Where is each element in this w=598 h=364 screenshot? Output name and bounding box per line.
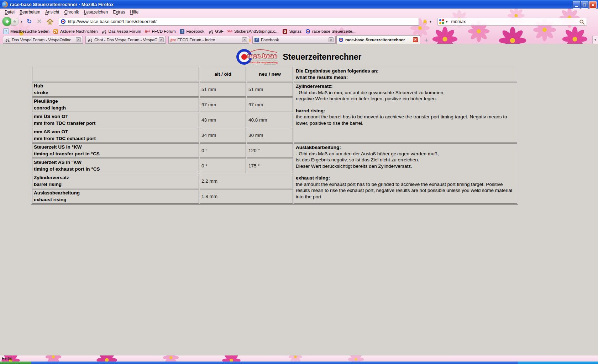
menu-bearbeiten[interactable]: Bearbeiten bbox=[17, 9, 43, 15]
bookmarks-toolbar: Meistbesuchte Seiten Aktuelle Nachrichte… bbox=[0, 27, 598, 35]
google-search-engine-icon[interactable] bbox=[439, 19, 444, 24]
results-info-block1: Zylinderversatz: - Gibt das Maß in mm, u… bbox=[294, 82, 517, 143]
address-bar[interactable]: http://www.race-base.com/2t-tools/steuer… bbox=[59, 18, 419, 26]
window-titlebar: race-base Steuerzeitenrechner - Mozilla … bbox=[0, 0, 598, 9]
new-tab-button[interactable] bbox=[424, 38, 429, 42]
close-button[interactable]: × bbox=[589, 1, 597, 9]
tab-facebook[interactable]: f Facebook ✕ bbox=[252, 36, 336, 44]
bookmark-race-base[interactable]: race-base Steuerzeite... bbox=[303, 28, 357, 35]
windows-taskbar[interactable] bbox=[0, 362, 598, 364]
rss-feed-icon bbox=[53, 28, 59, 34]
bookmark-star-icon[interactable]: ★ bbox=[422, 18, 427, 25]
logo-small-text bbox=[264, 64, 276, 65]
history-dropdown-caret[interactable]: ▼ bbox=[20, 20, 23, 23]
menu-chronik[interactable]: Chronik bbox=[62, 9, 81, 15]
result-barrel-rising: 2.2 mm bbox=[200, 174, 293, 188]
window-title: race-base Steuerzeitenrechner - Mozilla … bbox=[10, 2, 114, 7]
menu-ansicht[interactable]: Ansicht bbox=[43, 9, 62, 15]
menu-hilfe[interactable]: Hilfe bbox=[127, 9, 141, 15]
status-text: Fertig bbox=[2, 356, 12, 360]
forward-button[interactable] bbox=[11, 18, 19, 26]
value-exhaust-mm-old: 34 mm bbox=[200, 128, 246, 143]
tab-das-vespa-forum[interactable]: Das Vespa Forum - VespaOnline ✕ bbox=[3, 36, 83, 44]
menu-datei[interactable]: Datei bbox=[2, 9, 17, 15]
bookmark-facebook[interactable]: fFacebook bbox=[178, 28, 206, 35]
search-bar[interactable]: ▼ mömax bbox=[437, 18, 587, 26]
bookmark-signzz[interactable]: SSignzz bbox=[280, 28, 303, 35]
menu-bar: Datei Bearbeiten Ansicht Chronik Lesezei… bbox=[0, 9, 598, 16]
value-transfer-timing-old: 0 ° bbox=[200, 143, 246, 158]
info-heading-auslassbearbeitung: Auslaßbearbeitung: bbox=[296, 144, 515, 151]
bookmark-gsf[interactable]: GSF bbox=[206, 28, 225, 35]
value-transfer-mm-new: 40.8 mm bbox=[247, 113, 293, 127]
bookmark-aktuelle-nachrichten[interactable]: Aktuelle Nachrichten bbox=[51, 28, 99, 35]
tab-close-icon[interactable]: ✕ bbox=[413, 37, 418, 42]
firefox-icon bbox=[2, 1, 8, 7]
tab-close-icon[interactable]: ✕ bbox=[76, 37, 81, 42]
row-label-steuerzeit-as: Steuerzeit AS in °KWtiming of exhaust po… bbox=[32, 159, 199, 173]
search-magnifier-icon[interactable] bbox=[579, 19, 585, 25]
tab-chat-das-vespa-forum[interactable]: Chat - Das Vespa Forum - VespaOnline ✕ bbox=[85, 36, 166, 44]
tab-ffcd-forum[interactable]: ffcd FFCD Forum - Index ✕ bbox=[168, 36, 249, 44]
info-heading-zylinderversatz: Zylinderversatz: bbox=[296, 83, 515, 90]
navigation-toolbar: ▼ ↻ ✕ http://www.race-base.com/2t-tools/… bbox=[0, 16, 598, 27]
search-engine-dropdown-caret[interactable]: ▼ bbox=[445, 20, 448, 23]
logo-brand-text: race-base bbox=[247, 53, 277, 60]
scooter-icon bbox=[101, 28, 107, 34]
tab-race-base-steuerzeitenrechner[interactable]: race-base Steuerzeitenrechner ✕ bbox=[336, 35, 420, 44]
search-input[interactable]: mömax bbox=[451, 19, 466, 24]
row-label-auslassbearbeitung: Auslassbearbeitungexhaust rising bbox=[32, 189, 199, 204]
row-label-zylinderversatz: Zylinderversatzbarrel rising bbox=[32, 174, 199, 188]
table-row: Steuerzeit ÜS in °KWtiming of transfer p… bbox=[32, 143, 517, 158]
race-base-logo: race-base 2-stroke engineering bbox=[236, 48, 279, 66]
row-label-pleullaenge: Pleullängeconrod length bbox=[32, 97, 199, 112]
column-header-new: neu / new bbox=[247, 67, 293, 81]
tab-close-icon[interactable]: ✕ bbox=[242, 37, 247, 42]
bookmark-dropdown-caret[interactable]: ▼ bbox=[429, 20, 432, 23]
facebook-icon: f bbox=[255, 38, 259, 42]
info-heading-exhaust-rising: exhaust rising: bbox=[296, 175, 515, 181]
address-url[interactable]: http://www.race-base.com/2t-tools/steuer… bbox=[68, 19, 156, 24]
empty-header-cell bbox=[32, 67, 199, 81]
bookmark-das-vespa-forum[interactable]: Das Vespa Forum bbox=[99, 28, 143, 35]
bookmark-meistbesuchte-seiten[interactable]: Meistbesuchte Seiten bbox=[1, 28, 51, 35]
value-exhaust-timing-new: 175 ° bbox=[247, 159, 293, 173]
scooter-icon bbox=[5, 37, 10, 42]
bookmark-ffcd-forum[interactable]: ffcdFFCD Forum bbox=[143, 28, 177, 35]
value-conrod-old: 97 mm bbox=[200, 97, 246, 112]
table-row: Hubstroke 51 mm 51 mm Zylinderversatz: -… bbox=[32, 82, 517, 97]
signzz-icon: S bbox=[282, 28, 288, 34]
stop-button[interactable]: ✕ bbox=[37, 18, 42, 25]
ffcd-icon: ffcd bbox=[171, 38, 175, 42]
row-label-hub: Hubstroke bbox=[32, 82, 199, 97]
value-hub-new: 51 mm bbox=[247, 82, 293, 97]
system-tray[interactable] bbox=[518, 362, 598, 364]
back-arrow-icon bbox=[4, 19, 10, 25]
menu-lesezeichen[interactable]: Lesezeichen bbox=[82, 9, 110, 15]
tab-close-icon[interactable]: ✕ bbox=[159, 37, 164, 42]
minimize-button[interactable] bbox=[573, 1, 580, 9]
page-content: race-base 2-stroke engineering Steuerzei… bbox=[0, 44, 598, 355]
site-favicon-target-icon bbox=[61, 19, 66, 24]
logo-tagline: 2-stroke engineering bbox=[249, 60, 278, 64]
firefox-window: race-base Steuerzeitenrechner - Mozilla … bbox=[0, 0, 598, 364]
list-all-tabs-button[interactable]: ▼ bbox=[592, 36, 598, 44]
back-button[interactable] bbox=[2, 17, 12, 26]
bookmark-stickersandstripings[interactable]: SASStickersAndStripings.c... bbox=[225, 28, 280, 35]
toolbar-band: Datei Bearbeiten Ansicht Chronik Lesezei… bbox=[0, 9, 598, 44]
restore-button[interactable] bbox=[581, 1, 588, 9]
info-heading-barrel-rising: barrel rising: bbox=[296, 108, 515, 114]
scooter-icon bbox=[208, 28, 214, 34]
forward-arrow-icon bbox=[12, 19, 17, 24]
value-transfer-timing-new: 120 ° bbox=[247, 143, 293, 158]
value-exhaust-timing-old: 0 ° bbox=[200, 159, 246, 173]
start-button[interactable] bbox=[0, 362, 31, 364]
tab-close-icon[interactable]: ✕ bbox=[329, 37, 334, 42]
timing-calculator-table: alt / old neu / new Die Ergebnisse geben… bbox=[31, 66, 518, 205]
menu-extras[interactable]: Extras bbox=[110, 9, 127, 15]
reload-button[interactable]: ↻ bbox=[27, 18, 32, 25]
minimize-icon bbox=[575, 6, 578, 7]
home-button[interactable] bbox=[47, 19, 53, 25]
table-header-row: alt / old neu / new Die Ergebnisse geben… bbox=[32, 67, 517, 81]
facebook-icon: f bbox=[179, 28, 185, 34]
